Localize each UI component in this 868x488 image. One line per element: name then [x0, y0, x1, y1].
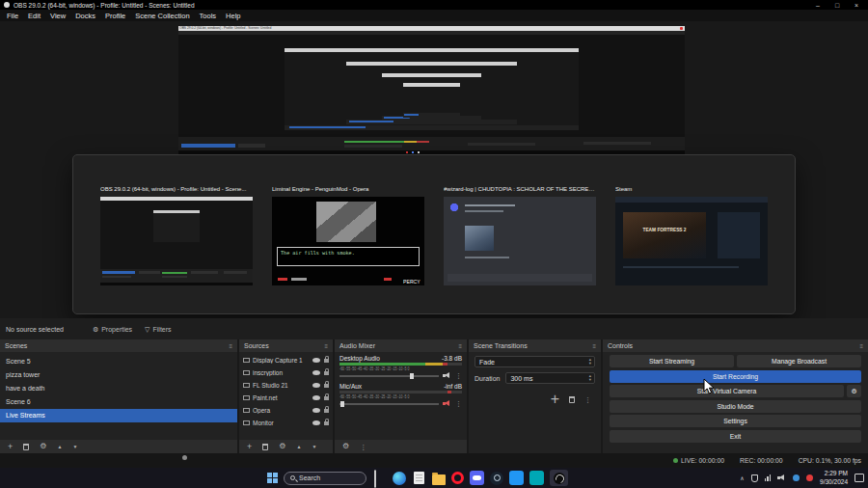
- visibility-eye-icon[interactable]: [312, 383, 320, 388]
- close-button[interactable]: ×: [849, 2, 864, 9]
- tray-chevron-up-icon[interactable]: ∧: [740, 474, 744, 481]
- blue-app-icon[interactable]: [509, 471, 524, 485]
- visibility-eye-icon[interactable]: [312, 358, 320, 363]
- source-add-button[interactable]: +: [247, 443, 252, 451]
- controls-dock-header[interactable]: Controls ≡: [603, 339, 868, 352]
- source-move-down-button[interactable]: ▼: [312, 445, 316, 449]
- network-tray-icon[interactable]: [765, 474, 772, 481]
- channel-options-icon[interactable]: ⋮: [455, 372, 462, 379]
- exit-button[interactable]: Exit: [610, 430, 861, 443]
- transition-options-button[interactable]: ⋮: [584, 396, 591, 403]
- muted-speaker-icon[interactable]: [443, 400, 451, 407]
- security-tray-icon[interactable]: [751, 474, 758, 482]
- volume-slider-handle[interactable]: [340, 401, 344, 407]
- taskbar-clock[interactable]: 2:29 PM 9/30/2024: [820, 470, 848, 486]
- task-view-icon[interactable]: [372, 471, 387, 485]
- scene-remove-button[interactable]: [23, 444, 29, 450]
- sources-dock-header[interactable]: Sources ≡: [239, 339, 333, 352]
- menu-profile[interactable]: Profile: [100, 12, 130, 20]
- channel-options-icon[interactable]: ⋮: [455, 400, 462, 407]
- document-app-icon[interactable]: [414, 472, 424, 484]
- lock-icon[interactable]: [324, 359, 329, 363]
- visibility-eye-icon[interactable]: [312, 408, 320, 413]
- scene-move-down-button[interactable]: ▼: [72, 445, 77, 449]
- source-item-paintnet[interactable]: Paint.net: [239, 392, 333, 404]
- window-card-liminal-engine[interactable]: Liminal Engine - PenguinMod - Opera The …: [272, 186, 424, 285]
- browser-app-icon[interactable]: [393, 472, 406, 485]
- opera-app-icon[interactable]: [451, 472, 464, 484]
- file-explorer-icon[interactable]: [432, 474, 446, 485]
- menu-view[interactable]: View: [45, 12, 70, 20]
- minimize-button[interactable]: –: [810, 2, 826, 9]
- menu-help[interactable]: Help: [221, 12, 245, 20]
- lock-icon[interactable]: [324, 421, 329, 425]
- source-item-opera[interactable]: Opera: [239, 404, 333, 417]
- discord-app-icon[interactable]: [470, 471, 484, 485]
- scene-item-scene5[interactable]: Scene 5: [0, 355, 237, 368]
- source-remove-button[interactable]: [262, 444, 268, 450]
- speaker-icon[interactable]: [443, 372, 451, 379]
- volume-slider-handle[interactable]: [410, 373, 414, 379]
- scene-item-live-streams-selected[interactable]: Live Streams: [0, 409, 237, 422]
- start-button[interactable]: [267, 473, 278, 483]
- studio-mode-button[interactable]: Studio Mode: [610, 400, 861, 413]
- visibility-eye-icon[interactable]: [312, 420, 320, 425]
- duration-spinbox[interactable]: 300 ms ▴▾: [505, 372, 595, 384]
- scene-properties-button[interactable]: ⚙: [40, 443, 46, 450]
- visibility-eye-icon[interactable]: [312, 370, 320, 375]
- blue-tray-icon[interactable]: [793, 474, 800, 481]
- menu-tools[interactable]: Tools: [195, 12, 222, 20]
- mixer-options-button[interactable]: ⋮: [360, 444, 366, 450]
- transition-add-button[interactable]: +: [551, 391, 559, 408]
- steam-app-icon[interactable]: [490, 472, 503, 485]
- menu-scene-collection[interactable]: Scene Collection: [130, 12, 194, 20]
- obs-taskbar-icon-active[interactable]: [550, 470, 568, 486]
- lock-icon[interactable]: [324, 396, 329, 400]
- properties-button[interactable]: ⚙ Properties: [93, 326, 132, 333]
- transitions-dock-header[interactable]: Scene Transitions ≡: [469, 339, 601, 352]
- settings-button[interactable]: Settings: [610, 415, 861, 427]
- scenes-dock-header[interactable]: Scenes ≡: [0, 339, 237, 352]
- window-card-steam[interactable]: Steam TEAM FORTRESS 2: [615, 186, 768, 285]
- window-card-discord[interactable]: #wizard-log | CHUDTOPIA : SCHOLAR OF THE…: [444, 186, 596, 285]
- scene-item-have-a-death[interactable]: have a death: [0, 382, 237, 395]
- maximize-button[interactable]: □: [829, 2, 845, 9]
- volume-slider[interactable]: [339, 403, 439, 405]
- manage-broadcast-button[interactable]: Manage Broadcast: [737, 355, 861, 367]
- lock-icon[interactable]: [324, 409, 329, 413]
- menu-docks[interactable]: Docks: [70, 12, 100, 20]
- red-tray-icon[interactable]: [806, 474, 813, 481]
- volume-slider[interactable]: [339, 375, 439, 377]
- notification-center-icon[interactable]: [854, 474, 864, 482]
- filters-button[interactable]: ▽ Filters: [145, 326, 171, 333]
- mixer-settings-button[interactable]: ⚙: [342, 443, 349, 450]
- scene-item-pizza-tower[interactable]: pizza tower: [0, 368, 237, 382]
- visibility-eye-icon[interactable]: [312, 395, 320, 400]
- lock-icon[interactable]: [324, 371, 329, 375]
- transition-remove-button[interactable]: [569, 396, 575, 403]
- scene-move-up-button[interactable]: ▲: [57, 445, 62, 449]
- spinbox-arrows-icon[interactable]: ▴▾: [589, 374, 594, 382]
- source-item-display-capture[interactable]: Display Capture 1: [239, 354, 333, 366]
- start-recording-button[interactable]: Start Recording: [610, 370, 861, 383]
- volume-tray-icon[interactable]: [777, 474, 786, 481]
- lock-icon[interactable]: [324, 384, 329, 388]
- start-virtual-camera-button[interactable]: Start Virtual Camera: [610, 385, 844, 397]
- menu-file[interactable]: File: [2, 12, 23, 20]
- source-item-inscryption[interactable]: inscryption: [239, 366, 333, 379]
- combo-arrows-icon[interactable]: ▴▾: [589, 358, 594, 366]
- virtual-camera-settings-button[interactable]: ⚙: [847, 385, 861, 397]
- scene-add-button[interactable]: +: [8, 443, 13, 451]
- start-streaming-button[interactable]: Start Streaming: [610, 355, 734, 367]
- taskbar-search-box[interactable]: Search: [284, 472, 366, 485]
- source-item-fl-studio[interactable]: FL Studio 21: [239, 379, 333, 392]
- menu-edit[interactable]: Edit: [23, 12, 45, 20]
- window-card-obs[interactable]: OBS 29.0.2 (64-bit, windows) - Profile: …: [100, 186, 253, 285]
- source-item-monitor[interactable]: Monitor: [239, 417, 333, 429]
- source-move-up-button[interactable]: ▲: [296, 445, 301, 449]
- source-properties-button[interactable]: ⚙: [279, 443, 285, 450]
- teal-app-icon[interactable]: [529, 471, 544, 485]
- scene-item-scene6[interactable]: Scene 6: [0, 395, 237, 409]
- mixer-dock-header[interactable]: Audio Mixer ≡: [335, 339, 467, 352]
- transition-select[interactable]: Fade ▴▾: [475, 356, 595, 367]
